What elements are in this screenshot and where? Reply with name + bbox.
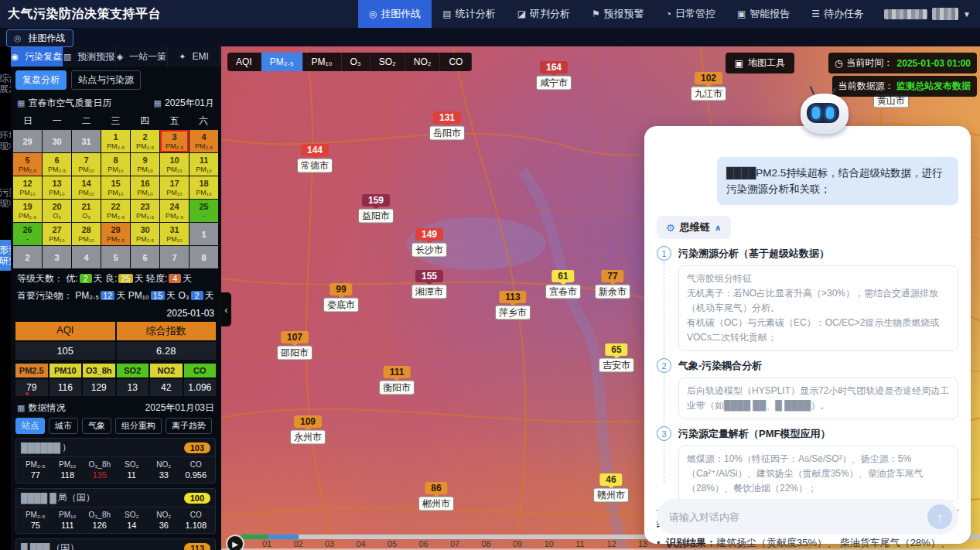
calendar-day-18[interactable]: 18PM₁₀ xyxy=(190,176,218,199)
send-button[interactable]: ↑ xyxy=(927,504,952,529)
city-label-永州市[interactable]: 永州市 xyxy=(290,430,326,445)
city-label-九江市[interactable]: 九江市 xyxy=(691,87,726,101)
calendar-day-26[interactable]: 26- xyxy=(13,223,42,245)
city-value-badge[interactable]: 149 xyxy=(415,228,443,241)
city-value-badge[interactable]: 109 xyxy=(294,415,322,428)
city-value-badge[interactable]: 46 xyxy=(599,473,622,486)
nav-item-统计分析[interactable]: ▤统计分析 xyxy=(432,0,506,28)
calendar-day-13[interactable]: 13PM₁₀ xyxy=(43,176,71,199)
strip-tab-形势研判[interactable]: 形势研判 xyxy=(0,240,11,271)
city-label-吉安市[interactable]: 吉安市 xyxy=(599,358,634,373)
calendar-day-29[interactable]: 29PM₂.₅ xyxy=(101,223,130,245)
city-label-赣州市[interactable]: 赣州市 xyxy=(593,488,629,503)
map-tab-PM₂.₅[interactable]: PM₂.₅ xyxy=(261,53,303,71)
subtab-站点与污染源[interactable]: 站点与污染源 xyxy=(71,70,141,90)
map-tab-CO[interactable]: CO xyxy=(440,53,472,71)
city-label-娄底市[interactable]: 娄底市 xyxy=(323,298,359,313)
nav-item-研判分析[interactable]: ◪研判分析 xyxy=(507,0,581,28)
user-account[interactable]: ▼ xyxy=(875,8,980,20)
city-label-常德市[interactable]: 常德市 xyxy=(297,159,333,173)
data-tab-离子趋势[interactable]: 离子趋势 xyxy=(166,418,212,434)
map-tab-O₃[interactable]: O₃ xyxy=(342,53,370,71)
panel-collapse-handle[interactable]: ‹ xyxy=(221,292,231,326)
city-label-新余市[interactable]: 新余市 xyxy=(595,285,630,299)
calendar-day-5[interactable]: 5PM₂.₅ xyxy=(13,153,42,176)
city-label-萍乡市[interactable]: 萍乡市 xyxy=(495,306,531,320)
city-value-badge[interactable]: 102 xyxy=(695,72,722,84)
city-value-badge[interactable]: 99 xyxy=(330,283,352,295)
data-tab-站点[interactable]: 站点 xyxy=(15,418,45,434)
tab-map-combat[interactable]: ◎ 挂图作战 xyxy=(6,29,73,47)
map-tab-AQI[interactable]: AQI xyxy=(227,53,261,71)
data-tab-城市[interactable]: 城市 xyxy=(49,418,78,434)
subtab-复盘分析[interactable]: 复盘分析 xyxy=(15,70,67,90)
calendar-day-5[interactable]: 5 xyxy=(101,246,130,268)
data-tab-组分重构[interactable]: 组分重构 xyxy=(115,418,162,434)
city-value-badge[interactable]: 86 xyxy=(425,482,447,494)
nav-item-待办任务[interactable]: ☰待办任务 xyxy=(801,0,875,28)
city-label-咸宁市[interactable]: 咸宁市 xyxy=(536,76,572,91)
city-value-badge[interactable]: 131 xyxy=(433,111,461,124)
calendar-day-3[interactable]: 3 xyxy=(43,246,71,268)
chevron-down-icon[interactable]: ▼ xyxy=(963,10,971,19)
calendar-day-4[interactable]: 4PM₂.₅ xyxy=(190,130,218,152)
city-label-衡阳市[interactable]: 衡阳市 xyxy=(379,381,415,395)
calendar-day-6[interactable]: 6PM₂.₅ xyxy=(43,153,71,176)
city-label-长沙市[interactable]: 长沙市 xyxy=(411,243,447,258)
calendar-day-7[interactable]: 7PM₁₀ xyxy=(72,153,101,176)
calendar-day-23[interactable]: 23PM₂.₅ xyxy=(131,200,159,222)
calendar-day-4[interactable]: 4 xyxy=(72,246,101,268)
calendar-day-14[interactable]: 14PM₁₀ xyxy=(72,176,101,199)
calendar-day-21[interactable]: 21O₃ xyxy=(72,200,101,222)
strip-tab-环境现状[interactable]: 环境现状 xyxy=(0,125,11,156)
nav-item-日常管控[interactable]: ◔日常管控 xyxy=(655,0,726,28)
strip-tab-综合展示[interactable]: 综合展示 xyxy=(0,68,11,99)
calendar-day-31[interactable]: 31 xyxy=(72,130,101,152)
calendar-day-30[interactable]: 30PM₂.₅ xyxy=(131,223,159,245)
calendar-day-16[interactable]: 16PM₁₀ xyxy=(131,176,159,199)
calendar-day-8[interactable]: 8 xyxy=(190,246,218,268)
calendar-day-15[interactable]: 15PM₁₀ xyxy=(101,176,130,199)
city-value-badge[interactable]: 61 xyxy=(551,270,574,282)
nav-item-智能报告[interactable]: ▣智能报告 xyxy=(726,0,801,28)
calendar-day-2[interactable]: 2 xyxy=(13,246,42,268)
calendar-day-2[interactable]: 2PM₂.₅ xyxy=(131,130,159,152)
calendar-day-19[interactable]: 19PM₂.₅ xyxy=(13,200,42,222)
play-button[interactable]: ▶ xyxy=(226,535,244,550)
map-tab-SO₂[interactable]: SO₂ xyxy=(370,53,405,71)
city-value-badge[interactable]: 111 xyxy=(384,366,411,378)
calendar-day-10[interactable]: 10PM₁₀ xyxy=(160,153,189,176)
calendar-day-17[interactable]: 17PM₁₀ xyxy=(160,176,189,199)
calendar-day-3[interactable]: 3PM₂.₅ xyxy=(160,130,189,152)
calendar-day-9[interactable]: 9PM₁₀ xyxy=(131,153,159,176)
calendar-day-22[interactable]: 22PM₂.₅ xyxy=(101,200,130,222)
map-tools-button[interactable]: ▣ 地图工具 xyxy=(726,53,794,73)
calendar-day-11[interactable]: 11PM₁₀ xyxy=(190,153,218,176)
station-card[interactable]: ████ █局（国）100PM₂.₅PM₁₀O₃_8hSO₂NO₂CO75111… xyxy=(15,488,216,534)
data-tab-气象[interactable]: 气象 xyxy=(82,418,111,434)
calendar-day-20[interactable]: 20O₃ xyxy=(43,200,71,222)
city-value-badge[interactable]: 144 xyxy=(301,144,329,156)
calendar-day-1[interactable]: 1 xyxy=(190,223,218,245)
panel-tab-一站一策[interactable]: ◈一站一策 xyxy=(116,46,169,67)
city-label-邵阳市[interactable]: 邵阳市 xyxy=(277,346,312,360)
nav-item-挂图作战[interactable]: ◎挂图作战 xyxy=(358,0,432,28)
calendar-day-31[interactable]: 31PM₁₀ xyxy=(160,223,189,245)
map-tab-PM₁₀[interactable]: PM₁₀ xyxy=(303,53,342,71)
map-tab-NO₂[interactable]: NO₂ xyxy=(405,53,441,71)
city-value-badge[interactable]: 65 xyxy=(605,343,627,356)
city-value-badge[interactable]: 155 xyxy=(415,270,443,282)
station-card[interactable]: █ ███（国）113PM₂.₅PM₁₀O₃_8hSO₂NO₂CO8511813… xyxy=(15,538,216,550)
chat-input[interactable] xyxy=(669,511,927,523)
calendar-day-30[interactable]: 30 xyxy=(43,130,71,152)
calendar-month-select[interactable]: ▦2025年01月 xyxy=(154,97,214,110)
calendar-day-29[interactable]: 29 xyxy=(13,130,42,152)
nav-item-预报预警[interactable]: ⚑预报预警 xyxy=(581,0,655,28)
calendar-day-25[interactable]: 25- xyxy=(190,200,218,222)
station-card[interactable]: ██████）103PM₂.₅PM₁₀O₃_8hSO₂NO₂CO77118135… xyxy=(15,438,216,483)
panel-tab-污染复盘[interactable]: ◉污染复盘 xyxy=(11,46,63,67)
strip-tab-污染现状[interactable]: 污染现状 xyxy=(0,183,11,214)
city-value-badge[interactable]: 164 xyxy=(540,61,568,73)
city-label-宜春市[interactable]: 宜春市 xyxy=(545,285,581,299)
city-label-郴州市[interactable]: 郴州市 xyxy=(418,497,454,511)
